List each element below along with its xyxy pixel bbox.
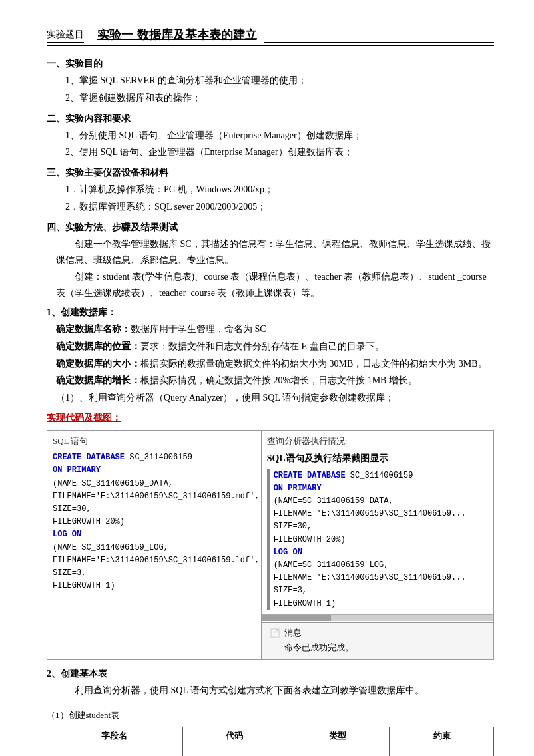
db-item1: 确定数据库名称：数据库用于学生管理，命名为 SC bbox=[47, 321, 494, 337]
code-line-9: FILENAME='E:\3114006159\SC_3114006159.ld… bbox=[53, 554, 256, 567]
db-item4: 确定数据库的增长：根据实际情况，确定数据文件按 20%增长，日志文件按 1MB … bbox=[47, 373, 494, 389]
page: 实验题目 实验一 数据库及基本表的建立 一、实验目的 1、掌握 SQL SERV… bbox=[0, 0, 534, 756]
code-container: SQL 语句 CREATE DATABASE SC_3114006159 ON … bbox=[47, 430, 494, 659]
code-line-11: FILEGROWTH=1) bbox=[53, 580, 256, 592]
th-code: 代码 bbox=[182, 727, 286, 745]
th-type: 类型 bbox=[286, 727, 389, 745]
r-code-line-7: LOG ON bbox=[274, 546, 488, 559]
code-line-1: CREATE DATABASE SC_3114006159 bbox=[53, 451, 256, 464]
code-left: SQL 语句 CREATE DATABASE SC_3114006159 ON … bbox=[47, 431, 262, 658]
msg-text: 命令已成功完成。 bbox=[267, 640, 488, 656]
r-code-line-6: FILEGROWTH=20%) bbox=[274, 534, 488, 546]
s4-p2: 创建：student 表(学生信息表)、course 表（课程信息表）、teac… bbox=[47, 269, 494, 301]
code-line-8: (NAME=SC_3114006159_LOG, bbox=[53, 542, 256, 554]
db-item2: 确定数据库的位置：要求：数据文件和日志文件分别存储在 E 盘自己的目录下。 bbox=[47, 339, 494, 355]
title-row: 实验题目 实验一 数据库及基本表的建立 bbox=[47, 27, 494, 46]
code-line-3: (NAME=SC_3114006159_DATA, bbox=[53, 478, 256, 490]
r-code-line-9: FILENAME='E:\3114006159\SC_3114006159... bbox=[274, 572, 488, 584]
msg-area: 📄 消息 命令已成功完成。 bbox=[262, 622, 493, 659]
r-code-line-11: FILEGROWTH=1) bbox=[274, 598, 488, 610]
student-table: 字段名 代码 类型 约束 bbox=[47, 727, 494, 756]
title-label: 实验题目 bbox=[47, 29, 84, 43]
right-code-block: CREATE DATABASE SC_3114006159 ON PRIMARY… bbox=[267, 469, 488, 610]
msg-tab-row: 📄 消息 bbox=[267, 626, 488, 640]
section-3-title: 三、实验主要仪器设备和材料 bbox=[47, 167, 494, 179]
s1-item1: 1、掌握 SQL SERVER 的查询分析器和企业管理器的使用； bbox=[47, 73, 494, 89]
title-underline bbox=[264, 42, 495, 43]
r-code-line-10: SIZE=3, bbox=[274, 584, 488, 597]
s3-item2: 2．数据库管理系统：SQL sever 2000/2003/2005； bbox=[47, 199, 494, 215]
s2-item2: 2、使用 SQL 语句、企业管理器（Enterprise Manager）创建数… bbox=[47, 144, 494, 160]
th-constraint: 约束 bbox=[390, 727, 494, 745]
sub2-title: 2、创建基本表 bbox=[47, 668, 494, 680]
s4-p1: 创建一个教学管理数据库 SC，其描述的信息有：学生信息、课程信息、教师信息、学生… bbox=[47, 236, 494, 268]
s3-item1: 1．计算机及操作系统：PC 机，Windows 2000/xp； bbox=[47, 182, 494, 198]
scrollbar-thumb bbox=[262, 615, 331, 621]
code-line-5: SIZE=30, bbox=[53, 503, 256, 516]
r-code-line-4: FILENAME='E:\3114006159\SC_3114006159... bbox=[274, 508, 488, 520]
title-main: 实验一 数据库及基本表的建立 bbox=[97, 27, 257, 43]
impl-label: 实现代码及截图： bbox=[47, 410, 494, 427]
code-left-header: SQL 语句 bbox=[53, 435, 256, 449]
sub2-p: 利用查询分析器，使用 SQL 语句方式创建方式将下面各表建立到教学管理数据库中。 bbox=[47, 683, 494, 699]
msg-tab-label: 消息 bbox=[284, 627, 302, 639]
code-line-2: ON PRIMARY bbox=[53, 464, 256, 477]
r-code-line-2: ON PRIMARY bbox=[274, 482, 488, 495]
msg-icon: 📄 bbox=[270, 628, 280, 638]
sub1-title: 1、创建数据库： bbox=[47, 307, 494, 319]
student-table-label: （1）创建student表 bbox=[47, 708, 494, 723]
table-header-row: 字段名 代码 类型 约束 bbox=[47, 727, 494, 745]
r-code-line-3: (NAME=SC_3114006159_DATA, bbox=[274, 495, 488, 508]
code-line-4: FILENAME='E:\3114006159\SC_3114006159.md… bbox=[53, 490, 256, 503]
code-line-6: FILEGROWTH=20%) bbox=[53, 516, 256, 528]
th-fieldname: 字段名 bbox=[47, 727, 183, 745]
r-code-line-8: (NAME=SC_3114006159_LOG, bbox=[274, 559, 488, 572]
code-line-10: SIZE=3, bbox=[53, 567, 256, 580]
right-header1: 查询分析器执行情况: bbox=[267, 435, 488, 449]
scrollbar[interactable] bbox=[262, 614, 493, 621]
right-header2: SQL语句及执行结果截图显示 bbox=[267, 451, 488, 466]
r-code-line-1: CREATE DATABASE SC_3114006159 bbox=[274, 469, 488, 482]
section-4-title: 四、实验方法、步骤及结果测试 bbox=[47, 222, 494, 234]
code-line-7: LOG ON bbox=[53, 528, 256, 541]
code-right: 查询分析器执行情况: SQL语句及执行结果截图显示 CREATE DATABAS… bbox=[262, 431, 493, 658]
r-code-line-5: SIZE=30, bbox=[274, 520, 488, 533]
s1-item2: 2、掌握创建数据库和表的操作； bbox=[47, 90, 494, 106]
db-item3: 确定数据库的大小：根据实际的数据量确定数据文件的初始大小为 30MB，日志文件的… bbox=[47, 356, 494, 372]
db-item5: （1）、利用查询分析器（Query Analyzer），使用 SQL 语句指定参… bbox=[47, 390, 494, 406]
section-1-title: 一、实验目的 bbox=[47, 58, 494, 70]
s2-item1: 1、分别使用 SQL 语句、企业管理器（Enterprise Manager）创… bbox=[47, 128, 494, 144]
code-right-top: 查询分析器执行情况: SQL语句及执行结果截图显示 CREATE DATABAS… bbox=[262, 431, 493, 614]
section-2-title: 二、实验内容和要求 bbox=[47, 113, 494, 125]
table-row bbox=[47, 745, 494, 756]
